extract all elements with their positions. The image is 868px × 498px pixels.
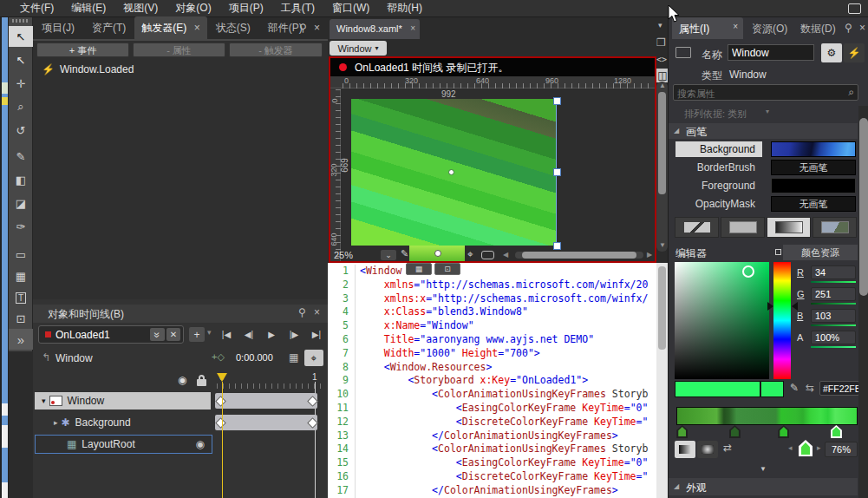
opacitymask-swatch[interactable]: 无画笔 xyxy=(771,196,856,212)
show-all-storyboards-icon[interactable]: » xyxy=(150,328,165,341)
menu-help[interactable]: 帮助(H) xyxy=(379,1,430,16)
close-icon[interactable]: × xyxy=(410,23,415,33)
scroll-right-icon[interactable]: ▶ xyxy=(647,251,652,259)
brush-tool[interactable]: ✑ xyxy=(9,216,33,237)
playhead-line[interactable] xyxy=(222,382,223,498)
center-anchor-handle[interactable] xyxy=(448,169,454,175)
close-panel-icon[interactable]: × xyxy=(859,22,865,34)
no-brush-button[interactable] xyxy=(675,217,719,238)
grid-tool[interactable]: ▦ xyxy=(9,265,33,286)
code-line[interactable]: 3 xmlns:x="http://schemas.microsoft.com/… xyxy=(328,292,656,306)
add-event-button[interactable]: + 事件 xyxy=(36,43,129,57)
gradient-tool[interactable]: ◪ xyxy=(9,193,33,213)
code-line[interactable]: 4 x:Class="blend3.Window8" xyxy=(328,305,656,319)
menu-view[interactable]: 视图(V) xyxy=(115,1,166,16)
scroll-down-icon[interactable]: ▼ xyxy=(659,241,666,249)
code-line[interactable]: 10 <ColorAnimationUsingKeyFrames Storyb xyxy=(328,388,656,402)
code-line[interactable]: 5 x:Name="Window" xyxy=(328,319,656,333)
properties-vscrollbar[interactable] xyxy=(858,106,868,498)
pin-icon[interactable]: ⚲ xyxy=(299,22,307,34)
tab-resources[interactable]: 资源(O) xyxy=(752,22,787,36)
menu-file[interactable]: 文件(F) xyxy=(12,1,62,16)
scope-up-icon[interactable]: ↰ xyxy=(42,351,50,364)
tab-assets[interactable]: 资产(T) xyxy=(83,16,134,40)
code-line[interactable]: 11 <EasingColorKeyFrame KeyTime="0" xyxy=(328,402,656,416)
last-frame-button[interactable]: ▶| xyxy=(307,326,326,342)
events-mode-button[interactable]: ⚡ xyxy=(844,43,865,62)
brush-row-opacitymask-label[interactable]: OpacityMask xyxy=(675,196,762,212)
eyedropper-icon[interactable]: ✎ xyxy=(790,382,799,394)
appearance-section-header[interactable]: ◢ 外观 xyxy=(669,478,858,495)
borderbrush-swatch[interactable]: 无画笔 xyxy=(771,160,856,175)
grid-overlay-button[interactable]: ▦ xyxy=(406,263,432,275)
previous-color-swatch[interactable] xyxy=(760,381,784,397)
menu-edit[interactable]: 编辑(E) xyxy=(63,1,114,16)
tab-data[interactable]: 数据(D) xyxy=(800,22,836,36)
background-brush-swatch[interactable] xyxy=(771,141,856,157)
linear-gradient-button[interactable] xyxy=(675,441,695,458)
artboard-vscrollbar[interactable]: ▲ ▼ xyxy=(656,82,668,252)
hex-field[interactable]: #FF22FB67 xyxy=(819,381,859,396)
menu-window[interactable]: 窗口(W) xyxy=(324,1,377,16)
scroll-thumb[interactable] xyxy=(658,266,666,350)
scroll-thumb[interactable] xyxy=(658,92,666,194)
color-indicator-ring[interactable] xyxy=(742,265,754,278)
xaml-view-icon[interactable]: <> xyxy=(656,55,667,64)
solid-brush-button[interactable] xyxy=(721,217,765,238)
code-line[interactable]: 15 <EasingColorKeyFrame KeyTime="0" xyxy=(328,456,656,470)
resize-handle-top-right[interactable] xyxy=(553,97,561,105)
next-stop-icon[interactable]: ▸ xyxy=(817,443,821,452)
snap-grid-button[interactable]: ⊡ xyxy=(434,263,460,275)
menu-object[interactable]: 对象(O) xyxy=(167,1,219,16)
storyboard-options-icon[interactable]: ▾ xyxy=(207,328,212,337)
code-line[interactable]: 1<Window xyxy=(328,265,656,278)
code-line[interactable]: 17 </ColorAnimationUsingKeyFrames> xyxy=(328,484,656,498)
float-window-icon[interactable]: ❐ xyxy=(656,36,666,49)
close-panel-icon[interactable]: × xyxy=(314,306,320,318)
previous-stop-icon[interactable]: ◂ xyxy=(788,443,793,452)
foreground-brush-swatch[interactable] xyxy=(771,178,856,193)
delete-trigger-button[interactable]: - 触发器 xyxy=(229,43,323,57)
gradient-brush-button[interactable] xyxy=(767,217,811,238)
a-value-field[interactable]: 100% xyxy=(811,331,856,344)
snap-ruler-icon[interactable]: ▦ xyxy=(289,351,298,364)
eyedropper-tool[interactable]: ✎ xyxy=(9,146,33,167)
document-tab[interactable]: Window8.xaml* × xyxy=(330,19,420,39)
annotation-pen-icon[interactable]: ✎ xyxy=(401,248,408,259)
storyboard-picker[interactable]: OnLoaded1 » ✕ xyxy=(38,325,184,344)
trigger-event-item[interactable]: ⚡ Window.Loaded xyxy=(35,61,326,78)
reverse-gradient-icon[interactable]: ⇄ xyxy=(723,442,732,454)
b-value-field[interactable]: 103 xyxy=(811,309,856,323)
objects-timeline-header[interactable]: 对象和时间线(B) ⚲ × xyxy=(33,305,328,323)
color-resources-tab[interactable]: 颜色资源 xyxy=(783,245,858,260)
pin-icon[interactable]: ⚲ xyxy=(845,22,852,34)
expander-icon[interactable]: ▸ xyxy=(54,418,58,427)
properties-mode-button[interactable]: ⚙ xyxy=(821,43,842,62)
hue-arrow-right-icon[interactable] xyxy=(792,302,798,311)
code-line[interactable]: 2 xmlns="http://schemas.microsoft.com/wi… xyxy=(328,278,656,292)
close-icon[interactable]: × xyxy=(194,22,200,34)
scroll-thumb[interactable] xyxy=(522,252,636,259)
advanced-options-icon[interactable] xyxy=(775,249,781,255)
code-editor[interactable]: 1<Window2 xmlns="http://schemas.microsof… xyxy=(328,263,656,498)
arrange-by-label[interactable]: 排列依据: 类别 xyxy=(684,108,747,121)
close-storyboard-icon[interactable]: ✕ xyxy=(166,328,180,341)
play-button[interactable]: ▶ xyxy=(262,326,281,342)
window-icon[interactable] xyxy=(848,3,861,14)
swap-color-icon[interactable]: ⇆ xyxy=(806,382,814,394)
timeline-ruler-ticks[interactable] xyxy=(217,383,321,389)
toolbar-grip[interactable] xyxy=(12,19,29,23)
close-panel-icon[interactable]: × xyxy=(314,22,320,34)
visibility-eye-icon[interactable]: ◉ xyxy=(196,438,205,450)
breadcrumb[interactable]: Window▾ xyxy=(330,41,387,56)
r-value-field[interactable]: 34 xyxy=(811,265,856,279)
zoom-level[interactable]: 25% xyxy=(334,250,353,260)
first-frame-button[interactable]: |◀ xyxy=(217,326,236,342)
code-line[interactable]: 8 <Window.Resources> xyxy=(328,361,656,375)
rectangle-tool[interactable]: ▭ xyxy=(9,244,33,265)
tab-properties-active[interactable]: 属性(I) × xyxy=(672,17,743,39)
radial-gradient-button[interactable] xyxy=(697,441,718,458)
arrange-chevron-icon[interactable]: ▾ xyxy=(766,108,769,115)
expand-more-chevron[interactable]: ▼ xyxy=(669,462,858,475)
tree-row-window[interactable]: ▾ Window xyxy=(35,392,211,410)
